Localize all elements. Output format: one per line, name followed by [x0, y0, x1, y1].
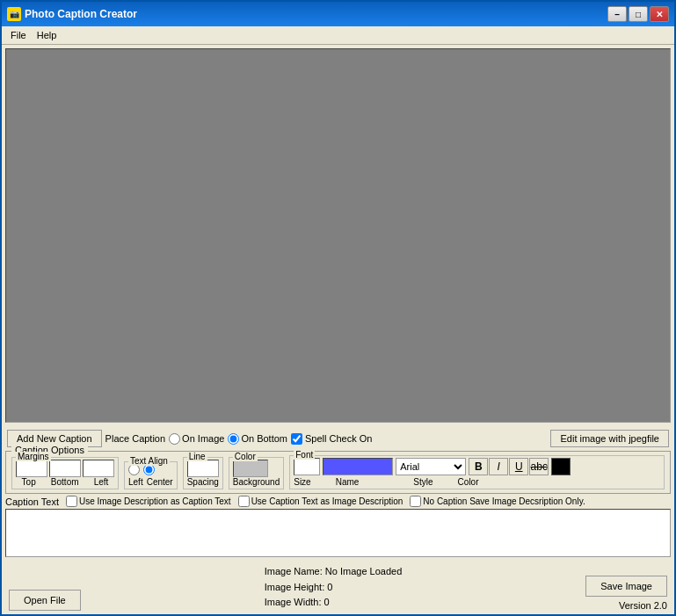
margin-left-input[interactable]: 0	[83, 460, 114, 477]
size-col-label: Size	[294, 477, 310, 487]
image-canvas	[5, 48, 671, 423]
top-label: Top	[22, 477, 36, 487]
margin-col-labels: Top Bottom Left	[16, 477, 114, 487]
spell-check-checkbox[interactable]	[291, 433, 302, 445]
caption-bar: Add New Caption Place Caption On Image O…	[5, 428, 671, 449]
left-align-text: Left	[128, 477, 143, 487]
menu-help[interactable]: Help	[32, 28, 62, 42]
spell-check-text: Spell Check On	[305, 433, 372, 444]
name-col-label: Name	[336, 477, 360, 487]
image-width-row: Image Width: 0	[265, 595, 403, 611]
title-bar-buttons: – □ ✕	[607, 6, 669, 22]
use-caption-as-desc-text: Use Caption Text as Image Description	[251, 496, 403, 506]
spacing-label-row: Spacing	[187, 477, 219, 487]
image-name-row: Image Name: No Image Loaded	[265, 564, 403, 580]
caption-options-group: Caption Options Margins 0 0 0	[5, 451, 671, 494]
font-color-swatch[interactable]	[551, 458, 571, 475]
margins-row: 0 0 0	[16, 460, 114, 477]
color-label: Color	[233, 452, 258, 461]
font-name-input[interactable]: Arial	[323, 458, 393, 475]
line-label: Line	[187, 452, 207, 461]
open-file-button[interactable]: Open File	[9, 590, 81, 611]
margins-label: Margins	[16, 452, 51, 461]
menu-file[interactable]: File	[5, 28, 32, 42]
margin-bottom-input[interactable]: 0	[49, 460, 81, 477]
no-caption-label[interactable]: No Caption Save Image Decsription Only.	[410, 496, 585, 507]
font-controls: 1 Arial Arial Times New Roman Verdana B …	[294, 458, 660, 475]
caption-text-header: Caption Text Use Image Description as Ca…	[5, 496, 671, 507]
margins-group: Margins 0 0 0 Top Botto	[11, 457, 119, 489]
margin-top-input[interactable]: 0	[16, 460, 47, 477]
left-label: Left	[94, 477, 109, 487]
close-button[interactable]: ✕	[650, 6, 669, 22]
center-align-text: Center	[147, 477, 173, 487]
italic-button[interactable]: I	[489, 458, 508, 475]
align-radio-row	[128, 464, 173, 477]
font-style-buttons: B I U abc	[469, 458, 549, 475]
underline-button[interactable]: U	[509, 458, 528, 475]
image-info: Image Name: No Image Loaded Image Height…	[265, 564, 403, 611]
left-margin-spinner: 0	[83, 460, 114, 477]
on-bottom-radio[interactable]	[228, 433, 239, 445]
image-height-value: 0	[327, 582, 332, 592]
font-label: Font	[294, 450, 315, 460]
line-input[interactable]: 0	[187, 460, 219, 477]
on-image-radio[interactable]	[169, 433, 180, 445]
text-align-group: Text Align Left Center	[124, 461, 178, 489]
font-group: Font 1 Arial Arial Times New Roman Verda…	[289, 455, 665, 489]
color-group: Color Background	[229, 457, 284, 489]
caption-text-section: Caption Text Use Image Description as Ca…	[5, 496, 671, 561]
caption-textarea[interactable]	[5, 509, 671, 557]
on-bottom-label: On Bottom	[241, 433, 287, 444]
use-caption-as-desc-label[interactable]: Use Caption Text as Image Description	[238, 496, 403, 507]
bold-button[interactable]: B	[469, 458, 488, 475]
image-name-value: No Image Loaded	[325, 566, 402, 576]
no-caption-checkbox[interactable]	[410, 496, 421, 507]
bottom-margin-spinner: 0	[49, 460, 81, 477]
save-image-button[interactable]: Save Image	[585, 576, 667, 597]
center-align-label[interactable]	[143, 464, 155, 477]
no-caption-text: No Caption Save Image Decsription Only.	[423, 496, 585, 506]
use-image-desc-checkbox[interactable]	[66, 496, 77, 507]
strikethrough-button[interactable]: abc	[529, 458, 549, 475]
right-footer: Save Image Version 2.0	[585, 576, 667, 611]
maximize-button[interactable]: □	[629, 6, 648, 22]
spell-check-label[interactable]: Spell Check On	[291, 433, 372, 445]
version-text: Version 2.0	[619, 600, 667, 611]
image-height-label: Image Height:	[265, 582, 324, 592]
background-text: Background	[233, 477, 280, 487]
on-image-radio-label[interactable]: On Image	[169, 433, 224, 445]
left-align-label[interactable]	[128, 464, 140, 477]
align-col-labels: Left Center	[128, 477, 173, 487]
spacing-text: Spacing	[187, 477, 219, 487]
use-caption-as-desc-checkbox[interactable]	[238, 496, 250, 507]
style-col-label: Style	[413, 477, 432, 487]
on-image-label: On Image	[182, 433, 224, 444]
edit-image-button[interactable]: Edit image with jpegfile	[550, 430, 669, 447]
use-image-desc-label[interactable]: Use Image Description as Caption Text	[66, 496, 231, 507]
line-group: Line 0 Spacing	[183, 457, 223, 489]
options-row: Margins 0 0 0 Top Botto	[11, 455, 665, 489]
font-size-input[interactable]: 1	[294, 458, 320, 475]
bottom-section: Add New Caption Place Caption On Image O…	[2, 426, 674, 614]
title-bar-left: 📷 Photo Caption Creator	[7, 7, 137, 21]
menubar: File Help	[2, 26, 674, 45]
color-col-label: Color	[458, 477, 479, 487]
use-image-desc-text: Use Image Description as Caption Text	[79, 496, 231, 506]
app-icon: 📷	[7, 7, 21, 21]
font-select[interactable]: Arial Times New Roman Verdana	[396, 458, 466, 475]
minimize-button[interactable]: –	[607, 6, 627, 22]
image-height-row: Image Height: 0	[265, 580, 403, 596]
bottom-label: Bottom	[51, 477, 79, 487]
color-swatch-area[interactable]	[233, 460, 268, 477]
image-width-value: 0	[324, 597, 330, 607]
bottom-footer: Open File Image Name: No Image Loaded Im…	[5, 562, 671, 612]
image-name-label: Image Name:	[265, 566, 323, 576]
place-caption-label: Place Caption	[105, 433, 166, 444]
image-width-label: Image Width:	[265, 597, 322, 607]
caption-text-label: Caption Text	[5, 496, 59, 507]
background-label-row: Background	[233, 477, 280, 487]
font-col-headers: Size Name Style Color	[294, 477, 660, 487]
window-title: Photo Caption Creator	[25, 8, 137, 20]
on-bottom-radio-label[interactable]: On Bottom	[228, 433, 287, 445]
